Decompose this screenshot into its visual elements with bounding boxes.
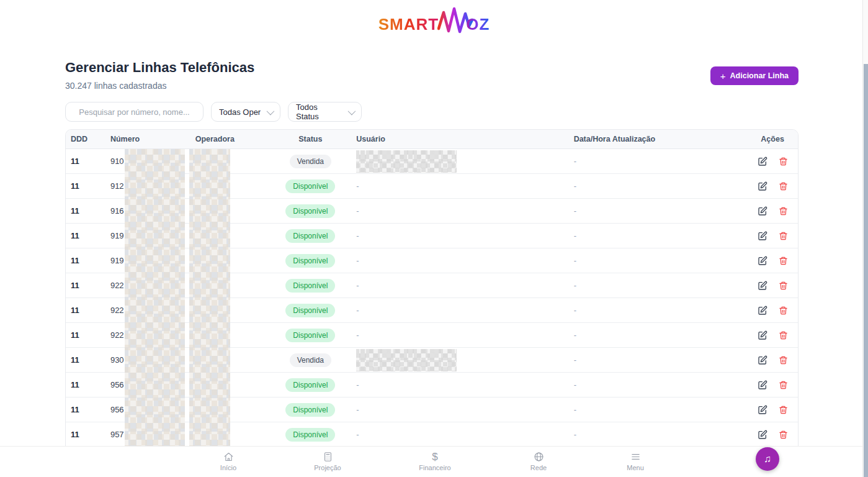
trash-icon[interactable] <box>779 181 788 191</box>
edit-icon[interactable] <box>758 306 767 316</box>
dollar-icon: $ <box>432 452 437 462</box>
status-filter-value: Todos Status <box>296 102 342 121</box>
edit-icon[interactable] <box>758 405 767 415</box>
trash-icon[interactable] <box>779 380 788 390</box>
cell-status: Disponível <box>270 254 351 268</box>
status-badge: Disponível <box>285 378 335 392</box>
cell-datahora: - <box>568 330 748 340</box>
table-body: 11 910 Vendida - <box>66 149 798 447</box>
cell-ddd: 11 <box>66 430 105 439</box>
status-badge: Vendida <box>290 353 331 367</box>
edit-icon[interactable] <box>758 181 767 191</box>
row-actions <box>747 206 798 216</box>
column-header-status: Status <box>270 135 351 143</box>
column-header-usuario: Usuário <box>351 135 567 143</box>
edit-icon[interactable] <box>758 281 767 291</box>
edit-icon[interactable] <box>758 206 767 216</box>
add-line-button-label: Adicionar Linha <box>730 71 789 80</box>
edit-icon[interactable] <box>758 380 767 390</box>
cell-ddd: 11 <box>66 206 105 216</box>
cell-status: Disponível <box>270 229 351 243</box>
trash-icon[interactable] <box>779 231 788 241</box>
line-count-subtitle: 30.247 linhas cadastradas <box>65 81 799 91</box>
cell-status: Disponível <box>270 304 351 317</box>
cell-ddd: 11 <box>66 256 105 265</box>
column-header-operadora: Operadora <box>190 135 271 143</box>
row-actions <box>747 281 798 291</box>
trash-icon[interactable] <box>779 430 788 440</box>
row-actions <box>747 181 798 191</box>
redacted-operadora-strip <box>189 149 230 447</box>
vertical-scrollbar[interactable] <box>862 0 868 477</box>
nav-label: Rede <box>530 464 547 471</box>
bottom-navigation: Início Projeção $ Financeiro Rede Menu <box>0 446 862 477</box>
cell-datahora: - <box>568 380 748 389</box>
edit-icon[interactable] <box>758 256 767 266</box>
row-actions <box>747 157 798 166</box>
trash-icon[interactable] <box>779 405 788 415</box>
cell-ddd: 11 <box>66 330 105 340</box>
row-actions <box>747 256 798 266</box>
cell-ddd: 11 <box>66 405 105 414</box>
cell-usuario: - <box>351 380 567 389</box>
cell-status: Disponível <box>270 329 351 342</box>
cell-datahora: - <box>568 181 748 191</box>
cell-status: Vendida <box>270 155 351 168</box>
cell-status: Disponível <box>270 403 351 417</box>
nav-item-rede[interactable]: Rede <box>511 452 566 471</box>
music-note-icon: ♫ <box>764 453 771 465</box>
row-actions <box>747 330 798 340</box>
nav-item-financeiro[interactable]: $ Financeiro <box>407 452 463 471</box>
edit-icon[interactable] <box>758 355 767 365</box>
cell-datahora: - <box>568 405 748 414</box>
trash-icon[interactable] <box>779 330 788 340</box>
edit-icon[interactable] <box>758 157 767 166</box>
edit-icon[interactable] <box>758 430 767 440</box>
edit-icon[interactable] <box>758 330 767 340</box>
status-badge: Disponível <box>285 403 335 417</box>
globe-icon <box>534 452 544 462</box>
cell-status: Disponível <box>270 378 351 392</box>
column-header-ddd: DDD <box>66 135 105 143</box>
filters-bar: Todas Operadoras Todos Status <box>65 102 362 122</box>
cell-status: Disponível <box>270 204 351 218</box>
add-line-button[interactable]: + Adicionar Linha <box>710 66 799 85</box>
nav-label: Financeiro <box>419 464 450 471</box>
trash-icon[interactable] <box>779 206 788 216</box>
redacted-usuario <box>356 150 457 173</box>
cell-status: Disponível <box>270 279 351 293</box>
status-filter-dropdown[interactable]: Todos Status <box>288 102 362 122</box>
cell-datahora: - <box>568 157 748 166</box>
nav-item-menu[interactable]: Menu <box>607 452 663 471</box>
nav-label: Início <box>220 464 236 471</box>
cell-usuario: - <box>351 281 567 290</box>
status-badge: Disponível <box>285 428 335 442</box>
trash-icon[interactable] <box>779 281 788 291</box>
home-icon <box>223 452 234 462</box>
music-note-fab[interactable]: ♫ <box>756 447 779 471</box>
status-badge: Disponível <box>285 304 335 317</box>
cell-datahora: - <box>568 306 748 315</box>
cell-usuario <box>351 349 567 371</box>
cell-ddd: 11 <box>66 231 105 240</box>
cell-datahora: - <box>568 355 748 365</box>
nav-item-inicio[interactable]: Início <box>200 452 256 471</box>
logo-text-left: SMART <box>378 16 439 35</box>
calculator-icon <box>323 452 333 462</box>
cell-datahora: - <box>568 281 748 290</box>
scrollbar-thumb[interactable] <box>864 64 868 477</box>
cell-ddd: 11 <box>66 355 105 365</box>
trash-icon[interactable] <box>779 306 788 316</box>
trash-icon[interactable] <box>779 355 788 365</box>
trash-icon[interactable] <box>779 256 788 266</box>
cell-datahora: - <box>568 256 748 265</box>
operator-filter-dropdown[interactable]: Todas Operadoras <box>211 102 280 122</box>
logo-text-right: OZ <box>466 16 490 35</box>
search-input[interactable] <box>65 102 204 122</box>
nav-label: Projeção <box>314 464 341 471</box>
edit-icon[interactable] <box>758 231 767 241</box>
cell-usuario: - <box>351 206 567 216</box>
trash-icon[interactable] <box>779 157 788 166</box>
nav-item-projecao[interactable]: Projeção <box>300 452 356 471</box>
cell-usuario: - <box>351 256 567 265</box>
